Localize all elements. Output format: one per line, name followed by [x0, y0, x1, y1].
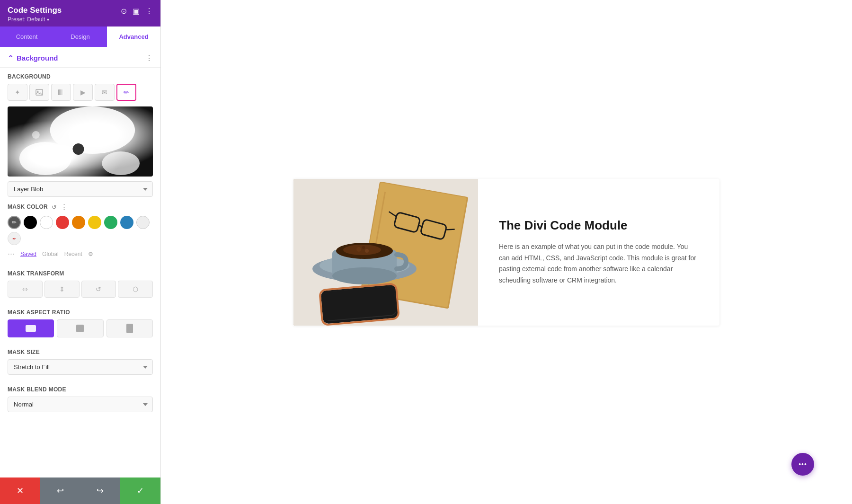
bg-type-gradient[interactable]	[51, 84, 71, 101]
color-swatch-light[interactable]	[136, 216, 150, 229]
mask-blend-select-wrapper: Normal Multiply Screen Overlay	[8, 397, 153, 412]
svg-point-4	[19, 142, 71, 175]
color-swatch-black[interactable]	[24, 216, 37, 229]
color-swatch-white[interactable]	[40, 216, 53, 229]
section-title: ⌃ Background	[8, 54, 58, 62]
background-label: Background	[8, 73, 153, 80]
mask-size-select-wrapper: Stretch to Fill Fit Actual Size	[8, 359, 153, 375]
svg-rect-25	[320, 283, 399, 325]
mask-color-more-icon[interactable]: ⋮	[61, 203, 68, 211]
transform-row: ⇔ ⇕ ↺ ⬡	[8, 281, 153, 298]
preview-text-side: The Divi Code Module Here is an example …	[478, 179, 719, 326]
color-tab-recent[interactable]: Recent	[64, 251, 82, 257]
transform-flip-h[interactable]: ⇔	[8, 281, 43, 298]
svg-point-7	[32, 131, 40, 139]
mask-size-select[interactable]: Stretch to Fill Fit Actual Size	[8, 359, 153, 375]
more-options-icon[interactable]: ⋮	[145, 7, 153, 16]
layout-icon[interactable]: ▣	[133, 7, 140, 16]
sidebar-content: ⌃ Background ⋮ Background ✦ ▶ ✉ ✏	[0, 47, 160, 504]
bg-type-embed[interactable]: ✉	[95, 84, 115, 101]
aspect-landscape[interactable]	[8, 319, 54, 337]
tab-advanced[interactable]: Advanced	[107, 27, 160, 47]
tab-design[interactable]: Design	[53, 27, 107, 47]
color-swatch-pencil[interactable]: ✒	[8, 232, 21, 245]
color-tab-saved[interactable]: Saved	[20, 251, 36, 257]
section-background-header: ⌃ Background ⋮	[0, 47, 160, 68]
background-field-group: Background ✦ ▶ ✉ ✏	[0, 68, 160, 265]
color-swatch-green[interactable]	[104, 216, 117, 229]
color-settings-icon[interactable]: ⚙	[88, 251, 93, 257]
color-tabs-row: ··· Saved Global Recent ⚙	[8, 249, 153, 259]
mask-color-header: Mask Color ↺ ⋮	[8, 203, 153, 211]
mask-size-group: Mask Size Stretch to Fill Fit Actual Siz…	[0, 343, 160, 380]
svg-point-6	[73, 143, 84, 155]
mask-aspect-group: Mask Aspect Ratio	[0, 303, 160, 343]
preview-image	[293, 179, 478, 326]
color-more-dots[interactable]: ···	[8, 249, 15, 259]
bg-type-row: ✦ ▶ ✉ ✏	[8, 84, 153, 101]
preview-body: Here is an example of what you can put i…	[499, 241, 699, 286]
tab-content[interactable]: Content	[0, 27, 53, 47]
mask-transform-group: Mask Transform ⇔ ⇕ ↺ ⬡	[0, 265, 160, 303]
mask-color-reset-icon[interactable]: ↺	[52, 203, 57, 211]
svg-point-19	[356, 247, 361, 252]
layer-select-wrapper: Layer Blob Layer Circle Layer Triangle	[8, 181, 153, 197]
bg-type-image[interactable]	[29, 84, 49, 101]
sidebar: Code Settings Preset: Default ⊙ ▣ ⋮ Cont…	[0, 0, 161, 504]
mask-blend-select[interactable]: Normal Multiply Screen Overlay	[8, 397, 153, 412]
svg-rect-2	[58, 89, 64, 95]
svg-point-21	[362, 246, 365, 249]
color-swatch-yellow[interactable]	[88, 216, 101, 229]
sidebar-title: Code Settings	[8, 6, 62, 15]
preview-area: The Divi Code Module Here is an example …	[161, 0, 852, 504]
section-collapse-icon[interactable]: ⌃	[8, 54, 14, 62]
close-button[interactable]: ✕	[0, 477, 40, 504]
aspect-square[interactable]	[57, 319, 103, 337]
sidebar-tabs: Content Design Advanced	[0, 27, 160, 47]
section-more-icon[interactable]: ⋮	[145, 53, 153, 62]
screenshot-icon[interactable]: ⊙	[121, 7, 127, 16]
bg-preview	[8, 106, 153, 177]
undo-button[interactable]: ↩	[40, 477, 80, 504]
svg-point-18	[343, 245, 381, 255]
svg-point-1	[37, 91, 39, 92]
preview-heading: The Divi Code Module	[499, 218, 699, 234]
svg-point-20	[365, 249, 369, 253]
color-swatch-red[interactable]	[56, 216, 69, 229]
redo-button[interactable]: ↪	[80, 477, 121, 504]
layer-select[interactable]: Layer Blob Layer Circle Layer Triangle	[8, 181, 153, 197]
sidebar-bottom: ✕ ↩ ↪ ✓	[0, 477, 160, 504]
sidebar-header: Code Settings Preset: Default ⊙ ▣ ⋮	[0, 0, 160, 27]
color-tab-global[interactable]: Global	[42, 251, 59, 257]
transform-rotate[interactable]: ↺	[81, 281, 116, 298]
color-swatches: ✏ ✒	[8, 216, 153, 245]
sidebar-header-icons: ⊙ ▣ ⋮	[121, 7, 153, 16]
color-swatch-blue[interactable]	[120, 216, 133, 229]
aspect-ratio-row	[8, 319, 153, 337]
main-area: The Divi Code Module Here is an example …	[161, 0, 852, 504]
bg-type-none[interactable]: ✦	[8, 84, 27, 101]
aspect-portrait[interactable]	[106, 319, 153, 337]
preview-card: The Divi Code Module Here is an example …	[293, 179, 719, 326]
svg-point-16	[332, 267, 397, 284]
mask-blend-group: Mask Blend Mode Normal Multiply Screen O…	[0, 380, 160, 418]
color-swatch-orange[interactable]	[72, 216, 85, 229]
transform-flip-v[interactable]: ⇕	[44, 281, 80, 298]
floating-action-button[interactable]: •••	[791, 453, 814, 476]
bg-type-video[interactable]: ▶	[73, 84, 93, 101]
color-picker-button[interactable]: ✏	[8, 216, 21, 229]
bg-type-mask[interactable]: ✏	[116, 84, 136, 101]
sidebar-preset[interactable]: Preset: Default	[8, 16, 62, 23]
transform-invert[interactable]: ⬡	[118, 281, 153, 298]
svg-point-5	[102, 151, 140, 175]
save-button[interactable]: ✓	[120, 477, 160, 504]
